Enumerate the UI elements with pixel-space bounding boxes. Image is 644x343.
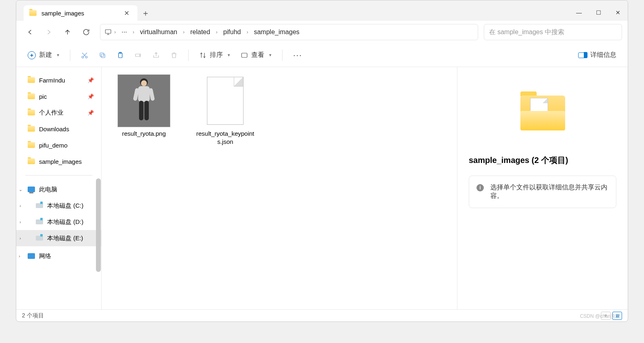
tab-active[interactable]: sample_images ✕ [24, 5, 137, 21]
address-row: › ··· › virtualhuman › related › pifuhd … [16, 21, 628, 43]
search-box[interactable] [484, 24, 622, 40]
sort-button[interactable]: 排序 ▾ [195, 48, 234, 63]
file-item-png[interactable]: result_ryota.png [111, 74, 176, 138]
chevron-down-icon: ▾ [269, 52, 272, 58]
sidebar-label: pifu_demo [39, 142, 67, 149]
minimize-button[interactable]: — [569, 4, 589, 21]
network-icon [28, 253, 35, 259]
svg-point-2 [85, 56, 87, 58]
close-window-button[interactable]: ✕ [608, 4, 628, 21]
details-hint-box: i 选择单个文件以获取详细信息并共享云内容。 [469, 176, 616, 208]
more-button[interactable]: ··· [289, 48, 307, 63]
chevron-down-icon: ▾ [228, 52, 230, 58]
divider [70, 50, 70, 61]
view-label: 查看 [251, 51, 264, 59]
folder-large-icon [520, 96, 565, 130]
details-pane: sample_images (2 个项目) i 选择单个文件以获取详细信息并共享… [457, 67, 628, 309]
file-name: result_ryota.png [122, 130, 166, 138]
explorer-window: sample_images ✕ ＋ — ☐ ✕ › · [16, 0, 628, 322]
content-area: result_ryota.png result_ryota_keypoints.… [102, 67, 628, 309]
pin-icon: 📌 [87, 93, 94, 100]
details-title: sample_images (2 个项目) [469, 155, 568, 166]
sidebar-item-homework[interactable]: 个人作业📌 [16, 104, 101, 121]
close-tab-button[interactable]: ✕ [122, 8, 132, 19]
breadcrumb-overflow[interactable]: ··· [118, 27, 130, 37]
sidebar-label: 本地磁盘 (E:) [47, 234, 83, 242]
new-label: 新建 [39, 51, 52, 59]
crumb-virtualhuman[interactable]: virtualhuman [137, 27, 181, 37]
toolbar: + 新建 ▾ 排序 ▾ 查看 ▾ [16, 43, 628, 67]
maximize-button[interactable]: ☐ [589, 4, 608, 21]
svg-point-10 [141, 80, 147, 86]
svg-rect-7 [135, 54, 140, 56]
window-controls: — ☐ ✕ [569, 4, 628, 21]
sidebar-item-network[interactable]: › 网络 [16, 248, 101, 264]
chevron-right-icon: › [182, 29, 185, 35]
cut-button[interactable] [77, 48, 92, 63]
folder-icon [28, 158, 35, 164]
tab-title: sample_images [41, 10, 84, 17]
sidebar-item-downloads[interactable]: Downloads [16, 121, 101, 137]
chevron-right-icon: › [113, 29, 117, 35]
info-icon: i [476, 184, 484, 191]
back-button[interactable] [22, 24, 38, 40]
monitor-icon [28, 187, 35, 192]
view-button[interactable]: 查看 ▾ [237, 48, 276, 63]
sidebar-item-drive-d[interactable]: ›本地磁盘 (D:) [16, 214, 101, 230]
folder-icon [28, 93, 35, 99]
file-item-json[interactable]: result_ryota_keypoints.json [193, 74, 258, 146]
sidebar-label: 此电脑 [39, 186, 57, 193]
copy-button[interactable] [95, 48, 110, 63]
sidebar-item-pifu-demo[interactable]: pifu_demo [16, 137, 101, 153]
breadcrumb[interactable]: › ··· › virtualhuman › related › pifuhd … [100, 24, 478, 40]
sidebar-separator [25, 175, 92, 176]
sidebar-item-drive-e[interactable]: ›本地磁盘 (E:) [16, 230, 101, 246]
file-list[interactable]: result_ryota.png result_ryota_keypoints.… [102, 67, 457, 309]
sidebar-label: FarmIndu [39, 77, 65, 84]
scrollbar-thumb[interactable] [96, 178, 101, 272]
person-icon [128, 76, 160, 125]
chevron-right-icon[interactable]: › [20, 203, 21, 208]
rename-button[interactable] [131, 48, 146, 63]
chevron-down-icon[interactable]: ⌄ [19, 187, 22, 192]
share-button[interactable] [148, 48, 164, 63]
sidebar-item-sample-images[interactable]: sample_images [16, 153, 101, 169]
details-pane-icon [578, 52, 587, 58]
details-toggle-button[interactable]: 详细信息 [574, 48, 620, 63]
crumb-sample-images[interactable]: sample_images [250, 27, 302, 37]
sidebar-item-farmindu[interactable]: FarmIndu📌 [16, 72, 101, 88]
disk-icon [36, 236, 43, 241]
search-input[interactable] [489, 28, 617, 36]
refresh-button[interactable] [78, 24, 94, 40]
details-hint-text: 选择单个文件以获取详细信息并共享云内容。 [490, 183, 609, 200]
disk-icon [36, 203, 43, 208]
paste-button[interactable] [113, 48, 128, 63]
folder-icon [29, 10, 37, 16]
watermark: CSDN @chan克里 [580, 313, 620, 320]
sidebar-item-this-pc[interactable]: ⌄ 此电脑 [16, 181, 101, 198]
new-tab-button[interactable]: ＋ [137, 5, 154, 21]
folder-icon [28, 77, 35, 83]
forward-button[interactable] [41, 24, 57, 40]
sidebar-item-drive-c[interactable]: ›本地磁盘 (C:) [16, 198, 101, 214]
titlebar: sample_images ✕ ＋ — ☐ ✕ [16, 0, 628, 21]
chevron-right-icon[interactable]: › [20, 236, 21, 241]
sidebar-item-pic[interactable]: pic📌 [16, 88, 101, 104]
new-button[interactable]: + 新建 ▾ [24, 48, 63, 63]
chevron-right-icon[interactable]: › [19, 254, 20, 258]
folder-icon [28, 142, 35, 148]
chevron-right-icon[interactable]: › [20, 219, 21, 224]
file-thumbnail [199, 74, 252, 127]
up-button[interactable] [59, 24, 76, 40]
crumb-related[interactable]: related [187, 27, 213, 37]
svg-rect-8 [242, 53, 247, 57]
delete-button[interactable] [166, 48, 182, 63]
image-thumbnail [117, 74, 170, 127]
monitor-icon [104, 28, 112, 36]
svg-rect-4 [100, 53, 104, 56]
crumb-pifuhd[interactable]: pifuhd [220, 27, 244, 37]
document-icon [207, 77, 244, 125]
svg-rect-14 [139, 101, 144, 120]
item-count: 2 个项目 [22, 312, 44, 319]
folder-icon [28, 110, 35, 115]
